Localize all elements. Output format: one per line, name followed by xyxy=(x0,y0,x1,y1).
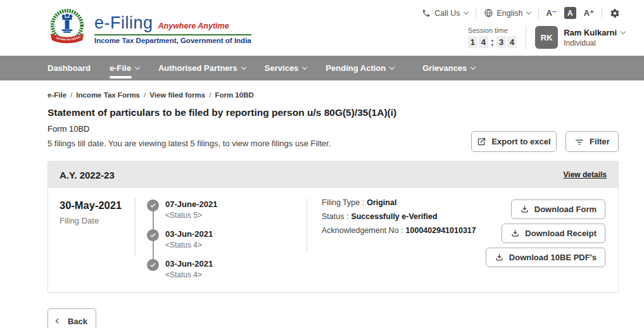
download-actions: Download Form Download Receipt Download … xyxy=(486,199,605,267)
divider xyxy=(476,8,476,18)
status-value: Successfully e-Verified xyxy=(351,212,437,221)
download-receipt-button[interactable]: Download Receipt xyxy=(502,224,605,243)
filing-date-block: 30-May-2021 Filing Date xyxy=(60,199,122,225)
filter-icon xyxy=(574,137,584,146)
user-menu[interactable]: RK Ram Kulkarni Individual xyxy=(535,26,625,49)
divider xyxy=(538,8,539,18)
call-us-menu[interactable]: Call Us xyxy=(422,9,467,18)
chevron-down-icon xyxy=(621,28,626,34)
session-user-area: Session time 1 4 : 3 4 RK Ram Kulkarni I… xyxy=(468,25,625,49)
breadcrumb-efile[interactable]: e-File xyxy=(47,91,66,99)
session-digit: 4 xyxy=(479,36,488,48)
download-form-button[interactable]: Download Form xyxy=(511,199,605,219)
language-label: English xyxy=(497,9,523,18)
download-icon xyxy=(510,229,520,238)
filing-card: A.Y. 2022-23 View details 30-May-2021 Fi… xyxy=(47,161,619,293)
nav-label: Grievances xyxy=(422,63,467,73)
income-tax-emblem-logo: INCOME TAX DEPARTMENT xyxy=(47,8,87,49)
filing-details: Filing Type :Original Status :Successful… xyxy=(322,198,476,240)
phone-icon xyxy=(422,9,431,18)
status-row: Status :Successfully e-Verified xyxy=(322,212,476,221)
breadcrumb-separator: / xyxy=(70,91,72,99)
back-button[interactable]: Back xyxy=(47,308,96,328)
nav-item-grievances[interactable]: Grievances xyxy=(422,56,475,80)
avatar: RK xyxy=(535,26,558,49)
filing-type-label: Filing Type : xyxy=(322,198,364,207)
acknowledgement-label: Acknowledgement No : xyxy=(322,226,403,235)
timeline-status: <Status 4> xyxy=(165,270,213,279)
session-colon: : xyxy=(491,37,494,48)
nav-item-services[interactable]: Services xyxy=(265,56,307,80)
timeline-date: 03-Jun-2021 xyxy=(165,229,213,239)
chevron-left-icon xyxy=(56,319,61,324)
divider xyxy=(306,198,307,251)
check-circle-icon xyxy=(147,199,159,211)
language-menu[interactable]: English xyxy=(484,8,531,18)
chevron-down-icon xyxy=(463,9,468,15)
app-name: e-Filing xyxy=(94,13,153,33)
main-nav: Dashboard e-File Authorised Partners Ser… xyxy=(0,56,644,80)
nav-label: e-File xyxy=(110,63,131,73)
session-digit: 1 xyxy=(468,36,477,48)
breadcrumb-view-filed-forms[interactable]: View filed forms xyxy=(149,91,205,99)
timeline-item: 03-Jun-2021 <Status 4> xyxy=(147,229,217,249)
form-name: Form 10BD xyxy=(47,124,89,134)
nav-item-dashboard[interactable]: Dashboard xyxy=(47,56,91,80)
settings-gear-icon[interactable] xyxy=(610,8,620,18)
chevron-down-icon xyxy=(389,65,395,70)
chevron-down-icon xyxy=(302,65,307,70)
filter-button[interactable]: Filter xyxy=(565,131,619,152)
check-circle-icon xyxy=(147,229,159,241)
export-to-excel-button[interactable]: Export to excel xyxy=(471,131,557,152)
font-normal-button[interactable]: A xyxy=(564,7,576,19)
brand-text: e-Filing Anywhere Anytime Income Tax Dep… xyxy=(94,13,251,44)
globe-icon xyxy=(484,8,493,18)
nav-label: Services xyxy=(265,63,299,73)
user-name: Ram Kulkarni xyxy=(564,28,617,37)
nav-item-efile[interactable]: e-File xyxy=(110,56,139,80)
download-form-label: Download Form xyxy=(534,205,597,214)
filing-card-header: A.Y. 2022-23 View details xyxy=(48,161,618,188)
divider xyxy=(526,25,526,49)
nav-label: Authorised Partners xyxy=(158,63,237,73)
font-increase-button[interactable]: A⁺ xyxy=(584,8,594,18)
download-icon xyxy=(520,205,529,214)
session-digit: 4 xyxy=(507,36,517,48)
download-10be-pdfs-button[interactable]: Download 10BE PDF's xyxy=(486,248,605,267)
utility-bar: Call Us English A⁻ A A⁺ xyxy=(422,7,620,19)
filing-type-value: Original xyxy=(367,198,396,207)
filing-card-body: 30-May-2021 Filing Date 07-June-2021 <St… xyxy=(48,188,618,292)
nav-item-pending-action[interactable]: Pending Action xyxy=(325,56,394,80)
timeline-status: <Status 5> xyxy=(165,211,217,220)
font-decrease-button[interactable]: A⁻ xyxy=(546,8,557,18)
brand-header: INCOME TAX DEPARTMENT e-Filing Anywhere … xyxy=(47,8,251,49)
nav-label: Dashboard xyxy=(47,63,91,73)
divider xyxy=(602,8,602,18)
chevron-down-icon xyxy=(241,65,246,70)
acknowledgement-value: 1000402941010317 xyxy=(406,226,476,235)
org-name: Income Tax Department, Government of Ind… xyxy=(94,37,251,44)
call-us-label: Call Us xyxy=(434,9,460,18)
nav-item-authorised-partners[interactable]: Authorised Partners xyxy=(158,56,246,80)
app-tagline: Anywhere Anytime xyxy=(158,22,229,30)
filings-info-text: 5 filings till date. You are viewing lat… xyxy=(47,139,331,148)
breadcrumb: e-File / Income Tax Forms / View filed f… xyxy=(47,91,254,99)
brand-divider xyxy=(94,34,251,35)
filing-date-label: Filing Date xyxy=(60,216,122,225)
check-circle-icon xyxy=(147,259,159,271)
status-timeline: 07-June-2021 <Status 5> 03-Jun-2021 <Sta… xyxy=(147,199,217,289)
download-receipt-label: Download Receipt xyxy=(525,229,597,238)
chevron-down-icon xyxy=(470,65,476,70)
session-digit: 3 xyxy=(496,36,506,48)
page-title: Statement of particulars to be filed by … xyxy=(47,107,396,118)
nav-label: Pending Action xyxy=(325,63,386,73)
acknowledgement-row: Acknowledgement No :1000402941010317 xyxy=(322,226,476,235)
download-10be-pdfs-label: Download 10BE PDF's xyxy=(509,253,597,262)
breadcrumb-separator: / xyxy=(144,91,146,99)
session-timer: Session time 1 4 : 3 4 xyxy=(468,27,517,48)
export-icon xyxy=(477,137,486,146)
view-details-link[interactable]: View details xyxy=(564,170,607,179)
breadcrumb-current-form10bd: Form 10BD xyxy=(215,91,253,99)
breadcrumb-income-tax-forms[interactable]: Income Tax Forms xyxy=(76,91,140,99)
timeline-date: 03-Jun-2021 xyxy=(165,259,213,268)
